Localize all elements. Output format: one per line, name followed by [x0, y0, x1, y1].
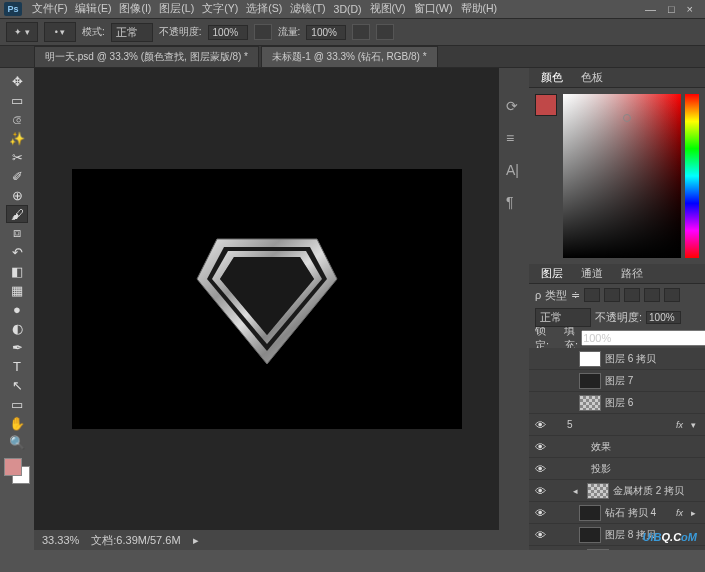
type-tool[interactable]: T — [6, 357, 28, 375]
expand-arrow-icon[interactable]: ▸ — [691, 508, 701, 518]
paths-tab[interactable]: 路径 — [617, 264, 647, 283]
layer-row[interactable]: 👁效果 — [529, 436, 705, 458]
fx-badge[interactable]: fx — [676, 508, 687, 518]
brush-preset-picker[interactable]: ✦ ▾ — [6, 22, 38, 42]
layer-blend-select[interactable]: 正常 — [535, 308, 591, 327]
brush-size-picker[interactable]: • ▾ — [44, 22, 76, 42]
menu-window[interactable]: 窗口(W) — [410, 2, 457, 16]
zoom-level[interactable]: 33.33% — [42, 534, 79, 546]
layer-row[interactable]: 👁钻石 拷贝 4fx▸ — [529, 502, 705, 524]
layer-name[interactable]: 金属材质2 — [613, 550, 659, 551]
lasso-tool[interactable]: ⟃ — [6, 110, 28, 128]
menu-select[interactable]: 选择(S) — [242, 2, 286, 16]
blend-mode-select[interactable]: 正常 — [111, 23, 153, 42]
layer-row[interactable]: 👁◂金属材质2 — [529, 546, 705, 550]
blur-tool[interactable]: ● — [6, 300, 28, 318]
character-panel-icon[interactable]: A| — [506, 162, 522, 178]
menu-filter[interactable]: 滤镜(T) — [286, 2, 329, 16]
opacity-input[interactable] — [208, 25, 248, 40]
layer-row[interactable]: 👁5fx▾ — [529, 414, 705, 436]
layer-fill-input[interactable] — [581, 330, 705, 346]
filter-pixel-icon[interactable] — [584, 288, 600, 302]
filter-type-icon[interactable] — [624, 288, 640, 302]
layer-row[interactable]: 👁投影 — [529, 458, 705, 480]
layer-thumbnail[interactable] — [579, 351, 601, 367]
eyedropper-tool[interactable]: ✐ — [6, 167, 28, 185]
status-arrow-icon[interactable]: ▸ — [193, 534, 199, 547]
close-button[interactable]: × — [687, 3, 693, 15]
color-tab[interactable]: 颜色 — [537, 68, 567, 87]
pressure-opacity-icon[interactable] — [254, 24, 272, 40]
menu-layer[interactable]: 图层(L) — [155, 2, 198, 16]
history-brush-tool[interactable]: ↶ — [6, 243, 28, 261]
layer-thumbnail[interactable] — [587, 483, 609, 499]
document-tab-1[interactable]: 明一天.psd @ 33.3% (颜色查找, 图层蒙版/8) * — [34, 46, 259, 67]
layer-name[interactable]: 图层 6 — [605, 396, 633, 410]
color-field[interactable] — [563, 94, 681, 258]
airbrush-icon[interactable] — [352, 24, 370, 40]
magic-wand-tool[interactable]: ✨ — [6, 129, 28, 147]
layer-name[interactable]: 5 — [567, 419, 573, 430]
maximize-button[interactable]: □ — [668, 3, 675, 15]
minimize-button[interactable]: — — [645, 3, 656, 15]
layers-tab[interactable]: 图层 — [537, 264, 567, 283]
layer-name[interactable]: 效果 — [591, 440, 611, 454]
menu-type[interactable]: 文字(Y) — [198, 2, 242, 16]
brush-tool[interactable]: 🖌 — [6, 205, 28, 223]
layer-thumbnail[interactable] — [587, 549, 609, 551]
properties-panel-icon[interactable]: ≡ — [506, 130, 522, 146]
path-tool[interactable]: ↖ — [6, 376, 28, 394]
visibility-toggle[interactable]: 👁 — [533, 507, 547, 519]
visibility-toggle[interactable]: 👁 — [533, 463, 547, 475]
fx-badge[interactable]: fx — [676, 420, 687, 430]
swatches-tab[interactable]: 色板 — [577, 68, 607, 87]
layer-thumbnail[interactable] — [579, 527, 601, 543]
layer-row[interactable]: 图层 7 — [529, 370, 705, 392]
expand-arrow-icon[interactable]: ▾ — [691, 420, 701, 430]
shape-tool[interactable]: ▭ — [6, 395, 28, 413]
layer-name[interactable]: 图层 6 拷贝 — [605, 352, 656, 366]
menu-file[interactable]: 文件(F) — [28, 2, 71, 16]
fg-color-swatch[interactable] — [4, 458, 22, 476]
layer-opacity-input[interactable] — [646, 311, 681, 324]
flow-input[interactable] — [306, 25, 346, 40]
pressure-size-icon[interactable] — [376, 24, 394, 40]
filter-smart-icon[interactable] — [664, 288, 680, 302]
color-picker-marker[interactable] — [623, 114, 631, 122]
stamp-tool[interactable]: ⧈ — [6, 224, 28, 242]
zoom-tool[interactable]: 🔍 — [6, 433, 28, 451]
color-swatches[interactable] — [4, 458, 30, 484]
pen-tool[interactable]: ✒ — [6, 338, 28, 356]
layer-row[interactable]: 图层 6 — [529, 392, 705, 414]
hand-tool[interactable]: ✋ — [6, 414, 28, 432]
move-tool[interactable]: ✥ — [6, 72, 28, 90]
layers-list[interactable]: 图层 6 拷贝图层 7图层 6👁5fx▾👁效果👁投影👁◂金属材质 2 拷贝👁钻石… — [529, 348, 705, 550]
eraser-tool[interactable]: ◧ — [6, 262, 28, 280]
layer-name[interactable]: 图层 7 — [605, 374, 633, 388]
marquee-tool[interactable]: ▭ — [6, 91, 28, 109]
paragraph-panel-icon[interactable]: ¶ — [506, 194, 522, 210]
dodge-tool[interactable]: ◐ — [6, 319, 28, 337]
layer-row[interactable]: 👁◂金属材质 2 拷贝 — [529, 480, 705, 502]
gradient-tool[interactable]: ▦ — [6, 281, 28, 299]
canvas[interactable] — [72, 169, 462, 429]
filter-adjust-icon[interactable] — [604, 288, 620, 302]
layer-thumbnail[interactable] — [579, 505, 601, 521]
menu-help[interactable]: 帮助(H) — [457, 2, 502, 16]
channels-tab[interactable]: 通道 — [577, 264, 607, 283]
menu-3d[interactable]: 3D(D) — [330, 3, 366, 15]
color-preview-swatch[interactable] — [535, 94, 557, 116]
layer-row[interactable]: 图层 6 拷贝 — [529, 348, 705, 370]
layer-thumbnail[interactable] — [579, 373, 601, 389]
layer-thumbnail[interactable] — [579, 395, 601, 411]
menu-view[interactable]: 视图(V) — [366, 2, 410, 16]
visibility-toggle[interactable]: 👁 — [533, 419, 547, 431]
layer-name[interactable]: 钻石 拷贝 4 — [605, 506, 656, 520]
healing-tool[interactable]: ⊕ — [6, 186, 28, 204]
visibility-toggle[interactable]: 👁 — [533, 485, 547, 497]
filter-shape-icon[interactable] — [644, 288, 660, 302]
visibility-toggle[interactable]: 👁 — [533, 441, 547, 453]
layer-name[interactable]: 金属材质 2 拷贝 — [613, 484, 684, 498]
document-tab-2[interactable]: 未标题-1 @ 33.3% (钻石, RGB/8) * — [261, 46, 438, 67]
expand-arrow-icon[interactable]: ◂ — [573, 486, 583, 496]
